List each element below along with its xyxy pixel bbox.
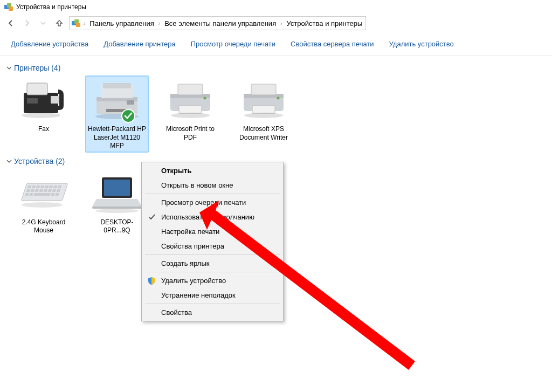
menu-separator: [145, 272, 280, 272]
svg-rect-50: [33, 193, 51, 196]
menu-separator: [145, 194, 280, 194]
menu-properties[interactable]: Свойства: [143, 305, 282, 320]
section-printers-label: Принтеры (4): [14, 64, 60, 72]
device-item-keyboard[interactable]: 2.4G Keyboard Mouse: [12, 169, 75, 237]
menu-printer-props[interactable]: Свойства принтера: [143, 239, 282, 253]
chevron-down-icon: [6, 159, 12, 164]
svg-rect-55: [104, 180, 130, 196]
menu-open[interactable]: Открыть: [143, 163, 282, 178]
keyboard-icon: [18, 178, 70, 210]
svg-point-24: [171, 113, 210, 118]
menu-create-shortcut[interactable]: Создать ярлык: [143, 256, 282, 271]
default-check-icon: [121, 109, 135, 123]
svg-rect-27: [251, 84, 276, 95]
window-title: Устройства и принтеры: [16, 3, 86, 11]
device-label: 2.4G Keyboard Mouse: [14, 218, 73, 235]
cmd-remove-device[interactable]: Удалить устройство: [389, 40, 454, 48]
menu-troubleshoot[interactable]: Устранение неполадок: [143, 288, 282, 302]
svg-point-23: [204, 97, 206, 100]
chevron-down-icon: [6, 65, 12, 71]
breadcrumb-seg-2[interactable]: Все элементы панели управления: [163, 18, 277, 29]
device-label: DESKTOP-0PR...9Q: [87, 218, 147, 235]
up-button[interactable]: [53, 17, 66, 30]
control-panel-icon: [4, 3, 13, 11]
svg-rect-16: [127, 100, 134, 105]
menu-open-new-window[interactable]: Открыть в новом окне: [143, 178, 282, 192]
shield-icon: [147, 277, 156, 285]
device-item-mspdf[interactable]: Microsoft Print to PDF: [158, 75, 222, 153]
svg-rect-56: [92, 207, 142, 209]
check-icon: [148, 214, 156, 221]
svg-rect-7: [27, 83, 47, 95]
menu-remove-device-label: Удалить устройство: [161, 277, 226, 285]
section-printers-header[interactable]: Принтеры (4): [6, 59, 546, 75]
chevron-right-icon[interactable]: ›: [279, 20, 283, 26]
menu-remove-device[interactable]: Удалить устройство: [143, 273, 282, 288]
breadcrumb-seg-1[interactable]: Панель управления: [88, 18, 155, 29]
svg-point-57: [95, 209, 139, 213]
printers-grid: Fax Hewlett-Packard HP LaserJ: [6, 75, 546, 153]
printer-icon: [239, 82, 288, 120]
svg-point-29: [277, 97, 280, 100]
nav-bar: › Панель управления › Все элементы панел…: [0, 14, 552, 32]
svg-rect-21: [178, 84, 203, 95]
back-button[interactable]: [4, 17, 17, 30]
menu-view-queue[interactable]: Просмотр очереди печати: [143, 195, 282, 210]
device-item-msxps[interactable]: Microsoft XPS Document Writer: [232, 75, 295, 153]
device-label: Microsoft Print to PDF: [161, 125, 220, 142]
device-label: Microsoft XPS Document Writer: [234, 125, 293, 142]
cmd-add-printer[interactable]: Добавление принтера: [104, 40, 175, 48]
svg-rect-9: [27, 98, 38, 104]
laptop-icon: [91, 175, 143, 213]
svg-rect-22: [179, 106, 202, 113]
svg-rect-28: [252, 106, 275, 113]
chevron-right-icon[interactable]: ›: [157, 20, 161, 26]
menu-print-settings[interactable]: Настройка печати: [143, 224, 282, 239]
svg-rect-2: [9, 6, 13, 11]
recent-dropdown[interactable]: [37, 17, 50, 30]
command-bar: Добавление устройства Добавление принтер…: [0, 32, 552, 56]
cmd-server-props[interactable]: Свойства сервера печати: [291, 40, 374, 48]
menu-set-default[interactable]: Использовать по умолчанию: [143, 210, 282, 224]
control-panel-icon: [72, 19, 80, 27]
cmd-add-device[interactable]: Добавление устройства: [11, 40, 88, 48]
device-label: Hewlett-Packard HP LaserJet M1120 MFP: [87, 125, 147, 150]
svg-rect-5: [76, 23, 80, 27]
svg-point-30: [244, 113, 283, 118]
forward-button[interactable]: [20, 17, 33, 30]
device-item-desktop[interactable]: DESKTOP-0PR...9Q: [85, 169, 149, 237]
window-titlebar: Устройства и принтеры: [0, 0, 552, 14]
fax-icon: [19, 82, 68, 120]
breadcrumb-seg-3[interactable]: Устройства и принтеры: [286, 18, 364, 29]
device-item-hp[interactable]: Hewlett-Packard HP LaserJet M1120 MFP: [85, 75, 149, 153]
svg-rect-14: [103, 83, 131, 88]
device-item-fax[interactable]: Fax: [12, 75, 75, 153]
address-bar[interactable]: › Панель управления › Все элементы панел…: [69, 16, 366, 30]
printer-icon: [166, 82, 215, 120]
section-devices-label: Устройства (2): [14, 157, 65, 166]
chevron-right-icon[interactable]: ›: [82, 20, 86, 26]
menu-set-default-label: Использовать по умолчанию: [161, 213, 254, 221]
cmd-view-queue[interactable]: Просмотр очереди печати: [191, 40, 275, 48]
device-label: Fax: [14, 125, 73, 134]
menu-separator: [145, 255, 280, 255]
context-menu: Открыть Открыть в новом окне Просмотр оч…: [141, 162, 284, 321]
menu-separator: [145, 304, 280, 304]
svg-point-10: [22, 113, 60, 118]
svg-point-53: [22, 202, 63, 208]
